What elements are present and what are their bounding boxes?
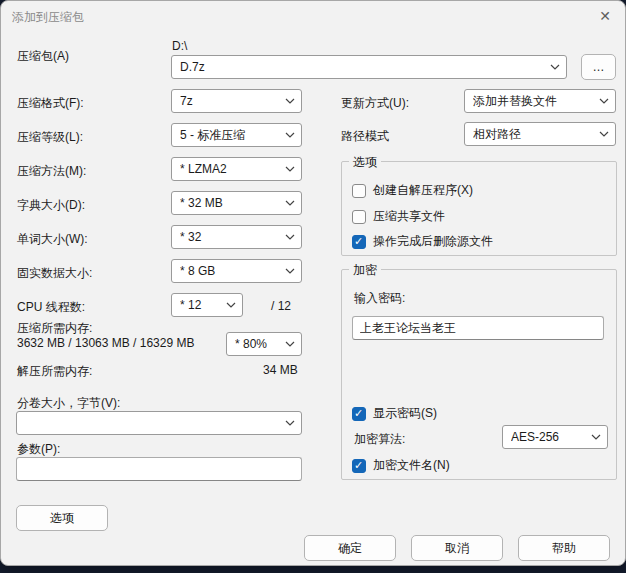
archive-dir-label: D:\ xyxy=(172,39,187,53)
encryption-group: 加密 输入密码: 显示密码(S) 加密算法: AES-256 加密文件名(N) xyxy=(341,269,617,480)
path-mode-value: 相对路径 xyxy=(473,126,595,143)
level-value: 5 - 标准压缩 xyxy=(180,127,281,144)
encrypt-names-checkbox[interactable]: 加密文件名(N) xyxy=(352,457,450,474)
encryption-method-value: AES-256 xyxy=(511,430,587,444)
dictionary-label: 字典大小(D): xyxy=(17,197,85,214)
mem-usage-combo[interactable]: * 80% xyxy=(226,332,302,356)
chevron-down-icon xyxy=(285,234,295,240)
mem-compress-detail: 3632 MB / 13063 MB / 16329 MB xyxy=(17,336,194,350)
chevron-down-icon xyxy=(226,302,236,308)
checkbox-icon[interactable] xyxy=(352,235,366,249)
options-group-title: 选项 xyxy=(349,154,381,171)
show-password-checkbox[interactable]: 显示密码(S) xyxy=(352,405,437,422)
password-input[interactable] xyxy=(352,316,604,340)
checkbox-icon[interactable] xyxy=(352,407,366,421)
chevron-down-icon xyxy=(285,420,295,426)
encryption-method-label: 加密算法: xyxy=(354,431,405,448)
update-mode-value: 添加并替换文件 xyxy=(473,93,595,110)
chevron-down-icon xyxy=(285,200,295,206)
update-mode-label: 更新方式(U): xyxy=(341,95,409,112)
word-size-value: * 32 xyxy=(180,230,281,244)
ok-button[interactable]: 确定 xyxy=(304,535,396,561)
delete-after-checkbox[interactable]: 操作完成后删除源文件 xyxy=(352,233,493,250)
options-group: 选项 创建自解压程序(X) 压缩共享文件 操作完成后删除源文件 xyxy=(341,161,617,256)
password-label: 输入密码: xyxy=(354,290,405,307)
level-label: 压缩等级(L): xyxy=(17,129,83,146)
checkbox-icon[interactable] xyxy=(352,184,366,198)
cpu-threads-label: CPU 线程数: xyxy=(17,299,85,316)
chevron-down-icon xyxy=(285,341,295,347)
chevron-down-icon xyxy=(285,98,295,104)
volume-size-label: 分卷大小，字节(V): xyxy=(17,395,120,412)
encryption-group-title: 加密 xyxy=(349,262,381,279)
show-password-label: 显示密码(S) xyxy=(373,405,437,422)
method-value: * LZMA2 xyxy=(180,162,281,176)
solid-block-label: 固实数据大小: xyxy=(17,265,92,282)
checkbox-icon[interactable] xyxy=(352,459,366,473)
cpu-threads-max: / 12 xyxy=(271,299,291,313)
format-combo[interactable]: 7z xyxy=(171,89,302,113)
mem-compress-label: 压缩所需内存: xyxy=(17,320,92,337)
dictionary-value: * 32 MB xyxy=(180,196,281,210)
level-combo[interactable]: 5 - 标准压缩 xyxy=(171,123,302,147)
mem-decompress-label: 解压所需内存: xyxy=(17,363,92,380)
browse-button[interactable]: … xyxy=(581,54,616,80)
archive-label: 压缩包(A) xyxy=(17,48,69,65)
desktop-background: 添加到压缩包 ✕ 压缩包(A) D:\ D.7z … 压缩格式(F): 7z 压… xyxy=(0,0,626,573)
encrypt-names-label: 加密文件名(N) xyxy=(373,457,450,474)
checkbox-icon[interactable] xyxy=(352,210,366,224)
create-sfx-label: 创建自解压程序(X) xyxy=(373,182,473,199)
chevron-down-icon xyxy=(285,132,295,138)
archive-name-value: D.7z xyxy=(180,60,546,74)
mem-decompress-value: 34 MB xyxy=(263,363,298,377)
solid-block-combo[interactable]: * 8 GB xyxy=(171,259,302,283)
help-button[interactable]: 帮助 xyxy=(518,535,610,561)
word-size-label: 单词大小(W): xyxy=(17,231,88,248)
close-icon[interactable]: ✕ xyxy=(593,5,617,27)
volume-size-combo[interactable] xyxy=(16,411,302,435)
options-button[interactable]: 选项 xyxy=(16,505,108,531)
mem-usage-value: * 80% xyxy=(235,337,281,351)
parameters-input[interactable] xyxy=(16,457,302,481)
encryption-method-combo[interactable]: AES-256 xyxy=(502,425,608,449)
shared-files-label: 压缩共享文件 xyxy=(373,208,445,225)
cpu-threads-value: * 12 xyxy=(180,298,222,312)
method-label: 压缩方法(M): xyxy=(17,163,86,180)
path-mode-label: 路径模式 xyxy=(341,128,389,145)
word-size-combo[interactable]: * 32 xyxy=(171,225,302,249)
archive-name-combo[interactable]: D.7z xyxy=(171,55,567,79)
chevron-down-icon xyxy=(599,131,609,137)
update-mode-combo[interactable]: 添加并替换文件 xyxy=(464,89,616,113)
title-bar[interactable]: 添加到压缩包 ✕ xyxy=(1,1,625,31)
parameters-label: 参数(P): xyxy=(17,441,60,458)
cancel-button[interactable]: 取消 xyxy=(411,535,503,561)
create-sfx-checkbox[interactable]: 创建自解压程序(X) xyxy=(352,182,473,199)
path-mode-combo[interactable]: 相对路径 xyxy=(464,122,616,146)
method-combo[interactable]: * LZMA2 xyxy=(171,157,302,181)
shared-files-checkbox[interactable]: 压缩共享文件 xyxy=(352,208,445,225)
dictionary-combo[interactable]: * 32 MB xyxy=(171,191,302,215)
chevron-down-icon xyxy=(550,64,560,70)
cpu-threads-combo[interactable]: * 12 xyxy=(171,293,243,317)
format-label: 压缩格式(F): xyxy=(17,95,84,112)
chevron-down-icon xyxy=(599,98,609,104)
chevron-down-icon xyxy=(285,166,295,172)
chevron-down-icon xyxy=(285,268,295,274)
add-to-archive-dialog: 添加到压缩包 ✕ 压缩包(A) D:\ D.7z … 压缩格式(F): 7z 压… xyxy=(0,0,626,566)
solid-block-value: * 8 GB xyxy=(180,264,281,278)
format-value: 7z xyxy=(180,94,281,108)
chevron-down-icon xyxy=(591,434,601,440)
delete-after-label: 操作完成后删除源文件 xyxy=(373,233,493,250)
dialog-title: 添加到压缩包 xyxy=(12,9,84,26)
